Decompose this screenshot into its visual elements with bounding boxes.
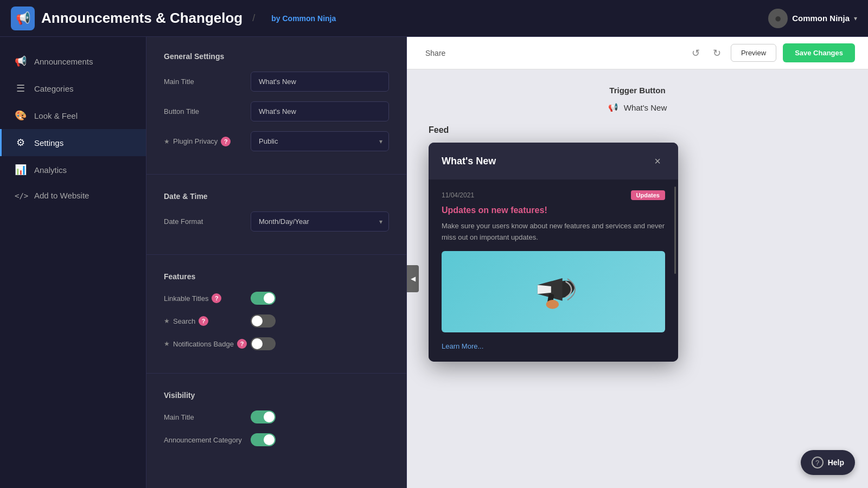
feed-label: Feed [429, 125, 846, 135]
trigger-label: What's New [624, 103, 667, 112]
sidebar-item-add-to-website[interactable]: </> Add to Website [0, 183, 146, 208]
sidebar-item-label: Categories [34, 84, 74, 93]
visibility-section: Visibility Main Title Announcement Categ… [146, 376, 406, 467]
help-button[interactable]: ? Help [801, 450, 855, 475]
main-title-row: Main Title [164, 72, 389, 92]
toggle-knob [264, 434, 275, 445]
modal-body: 11/04/2021 Updates Updates on new featur… [429, 179, 678, 362]
svg-point-4 [546, 300, 559, 309]
updates-badge: Updates [631, 190, 665, 200]
linkable-titles-label: Linkable Titles ? [164, 293, 251, 303]
categories-icon: ☰ [15, 82, 27, 94]
notifications-toggle[interactable] [251, 337, 276, 350]
sidebar-item-label: Add to Website [34, 191, 89, 200]
share-button[interactable]: Share [420, 46, 451, 61]
divider-1 [146, 174, 406, 175]
main-layout: 📢 Announcements ☰ Categories 🎨 Look & Fe… [0, 37, 868, 488]
date-time-section: Date & Time Date Format Month/Day/Year D… [146, 177, 406, 252]
undo-button[interactable]: ↺ [688, 45, 703, 61]
date-time-title: Date & Time [164, 192, 389, 201]
trigger-section: Trigger Button 📢 What's New [429, 86, 846, 112]
linkable-titles-row: Linkable Titles ? [164, 292, 389, 305]
toggle-knob [264, 293, 275, 304]
post-title: Updates on new features! [442, 206, 665, 215]
modal-title: What's New [442, 156, 496, 167]
general-settings-section: General Settings Main Title Button Title… [146, 37, 406, 172]
star-icon: ★ [164, 340, 170, 348]
header-by-label: by Common Ninja [271, 14, 336, 23]
button-title-label: Button Title [164, 107, 251, 115]
trigger-button-demo: 📢 What's New [429, 102, 846, 112]
top-header: 📢 Announcements & Changelog / by Common … [0, 0, 868, 37]
modal-header: What's New × [429, 143, 678, 179]
divider-2 [146, 254, 406, 255]
help-badge-privacy[interactable]: ? [221, 137, 231, 146]
preview-header: Share ↺ ↻ Preview Save Changes [407, 37, 868, 69]
preview-content: ◀ Trigger Button 📢 What's New Feed What'… [407, 69, 868, 488]
plugin-privacy-select[interactable]: Public Private [251, 131, 389, 151]
sidebar-item-label: Settings [34, 138, 63, 147]
help-icon: ? [812, 457, 824, 468]
plugin-privacy-label: ★ Plugin Privacy ? [164, 137, 251, 146]
toggle-knob [252, 316, 263, 326]
help-badge-search[interactable]: ? [199, 316, 208, 326]
features-section: Features Linkable Titles ? ★ Search ? [146, 257, 406, 371]
settings-panel: General Settings Main Title Button Title… [146, 37, 407, 488]
sidebar: 📢 Announcements ☰ Categories 🎨 Look & Fe… [0, 37, 146, 488]
logo-icon: 📢 [11, 7, 35, 30]
general-settings-title: General Settings [164, 52, 389, 61]
button-title-row: Button Title [164, 101, 389, 121]
search-row: ★ Search ? [164, 314, 389, 328]
preview-button[interactable]: Preview [731, 44, 776, 62]
features-title: Features [164, 272, 389, 281]
user-menu-chevron[interactable]: ▾ [854, 15, 857, 22]
sidebar-item-look-feel[interactable]: 🎨 Look & Feel [0, 102, 146, 129]
sidebar-item-analytics[interactable]: 📊 Analytics [0, 156, 146, 183]
plugin-privacy-row: ★ Plugin Privacy ? Public Private ▾ [164, 131, 389, 151]
vis-announcement-cat-toggle[interactable] [251, 433, 276, 446]
help-badge-notifications[interactable]: ? [237, 339, 247, 349]
toggle-knob [252, 338, 263, 349]
modal-close-button[interactable]: × [650, 153, 665, 169]
post-image [442, 251, 665, 332]
post-description: Make sure your users know about new feat… [442, 221, 665, 243]
palette-icon: 🎨 [15, 110, 27, 121]
header-right: ● Common Ninja ▾ [768, 9, 857, 28]
preview-panel: Share ↺ ↻ Preview Save Changes ◀ Trigger… [407, 37, 868, 488]
learn-more-link[interactable]: Learn More... [442, 342, 483, 350]
vis-main-title-toggle[interactable] [251, 410, 276, 423]
avatar: ● [768, 9, 788, 28]
code-icon: </> [15, 191, 27, 200]
collapse-arrow[interactable]: ◀ [407, 265, 419, 292]
sidebar-item-announcements[interactable]: 📢 Announcements [0, 48, 146, 75]
sidebar-item-label: Announcements [34, 57, 93, 66]
help-label: Help [828, 458, 844, 467]
vis-announcement-cat-row: Announcement Category [164, 433, 389, 446]
date-format-select-wrapper: Month/Day/Year Day/Month/Year Year/Month… [251, 211, 389, 232]
user-name: Common Ninja [792, 14, 850, 23]
modal-popup: What's New × 11/04/2021 Updates Updates … [429, 143, 678, 362]
redo-button[interactable]: ↻ [710, 45, 724, 61]
notifications-badge-row: ★ Notifications Badge ? [164, 337, 389, 350]
button-title-input[interactable] [251, 101, 389, 121]
date-format-select[interactable]: Month/Day/Year Day/Month/Year Year/Month… [251, 211, 389, 232]
trigger-megaphone-icon: 📢 [608, 102, 618, 112]
divider-3 [146, 373, 406, 374]
date-format-label: Date Format [164, 217, 251, 226]
sidebar-item-categories[interactable]: ☰ Categories [0, 75, 146, 102]
save-changes-button[interactable]: Save Changes [783, 43, 855, 62]
sidebar-item-label: Analytics [34, 165, 67, 175]
sidebar-item-settings[interactable]: ⚙ Settings [0, 129, 146, 156]
plugin-privacy-select-wrapper: Public Private ▾ [251, 131, 389, 151]
search-label: ★ Search ? [164, 316, 251, 326]
modal-scrollbar [674, 187, 676, 274]
main-title-input[interactable] [251, 72, 389, 92]
visibility-title: Visibility [164, 391, 389, 400]
help-badge-linkable[interactable]: ? [212, 293, 221, 303]
post-date-badge-row: 11/04/2021 Updates [442, 190, 665, 200]
megaphone-illustration [526, 265, 580, 319]
linkable-titles-toggle[interactable] [251, 292, 276, 305]
search-toggle[interactable] [251, 314, 276, 328]
header-separator: / [252, 12, 255, 24]
sidebar-item-label: Look & Feel [34, 111, 78, 120]
